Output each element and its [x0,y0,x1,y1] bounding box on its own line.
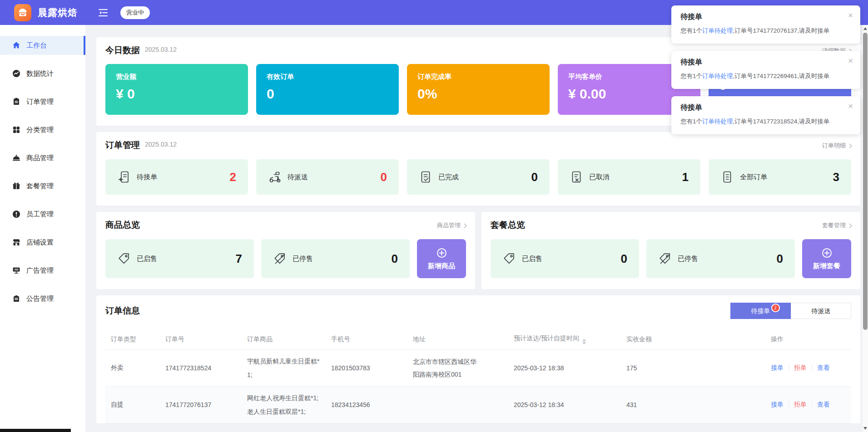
goods-on-sale-label: 已启售 [137,255,157,263]
menu-fold-icon[interactable] [99,9,108,17]
combo-on-sale-card: 已启售 0 [491,239,639,278]
sidebar-item-notices[interactable]: 公告管理 [0,289,85,308]
notification-title: 待接单 [680,58,851,67]
divider [789,365,789,371]
sidebar-item-goods[interactable]: 商品管理 [0,148,85,167]
add-goods-button[interactable]: 新增商品 [417,239,466,278]
sort-caret-icon[interactable] [582,339,586,344]
close-icon[interactable]: × [848,102,853,110]
sidebar-item-label: 商品管理 [26,154,54,162]
combo-off-sale-label: 已停售 [678,255,698,263]
cloche-icon [12,154,20,162]
sidebar-item-label: 公告管理 [26,295,54,303]
order-info-title: 订单信息 [105,305,140,317]
page-scrollbar[interactable] [863,25,868,432]
order-card-completed[interactable]: 已完成 0 [407,159,550,195]
chevron-right-icon [848,223,852,228]
col-phone: 手机号 [326,331,407,348]
stat-card-revenue: 营业额 ¥ 0 [105,64,248,115]
cell-expected-time: 2025-03-12 18:38 [508,360,621,376]
stat-card-completion-rate: 订单完成率 0% [407,64,550,115]
cell-actions: 接单拒单查看 [765,359,851,377]
view-order-link[interactable]: 查看 [817,364,830,371]
order-card-label: 已取消 [589,173,610,182]
goods-off-sale-value: 0 [392,252,398,266]
sidebar-item-categories[interactable]: 分类管理 [0,120,85,139]
store-open-status-badge[interactable]: 营业中 [120,6,150,19]
sidebar-item-label: 店铺设置 [26,238,54,247]
divider [789,402,789,407]
reject-order-link[interactable]: 拒单 [794,401,807,408]
reject-order-link[interactable]: 拒单 [794,364,807,371]
gift-icon [12,182,20,190]
combo-overview-title: 套餐总览 [491,219,525,231]
cell-order-no: 1741772076137 [160,397,242,413]
order-card-cancelled[interactable]: 已取消 1 [558,159,700,195]
order-row: 自提 1741772076137 网红老人祝寿生日蛋糕*1; 老人生日蛋糕双层*… [105,387,851,423]
pending-order-link[interactable]: 订单待处理 [702,27,733,34]
goods-management-link[interactable]: 商品管理 [437,219,466,230]
overview-row: 商品总览 商品管理 已启售 7 已停售 0 [96,212,860,295]
view-order-link[interactable]: 查看 [817,401,830,408]
cell-address: 北京市市辖区西城区华阳路南海校区001 [407,351,508,385]
clipboard-icon [12,98,20,106]
close-icon[interactable]: × [848,56,853,65]
scroll-up-arrow-icon[interactable] [863,27,867,30]
combo-off-sale-value: 0 [777,252,783,266]
notification-body: 您有1个订单待处理,订单号1741772076137,请及时接单 [680,27,851,35]
cell-amount: 431 [621,397,765,413]
pending-order-link[interactable]: 订单待处理 [702,118,733,125]
scrollbar-thumb[interactable] [863,33,868,330]
order-info-panel: 订单信息 待接单 2 待派送 订单类型 订单号 订单商品 手机号 地址 预计送达… [96,295,860,423]
divider [812,365,812,371]
order-card-pending-delivery[interactable]: 待派送 0 [256,159,399,195]
add-combo-button[interactable]: 新增套餐 [802,239,851,278]
scroll-down-arrow-icon[interactable] [863,427,867,430]
pending-order-link[interactable]: 订单待处理 [702,73,733,79]
order-tabs: 待接单 2 待派送 [730,303,851,319]
sidebar-item-combos[interactable]: 套餐管理 [0,177,85,196]
cell-order-goods: 宇航员新鲜儿童生日蛋糕* 1; [242,350,326,386]
combo-management-link[interactable]: 套餐管理 [822,219,851,230]
tab-pending-delivery[interactable]: 待派送 [791,303,851,319]
taskbar-sliver [0,429,71,432]
order-card-value: 1 [682,170,689,184]
goods-overview-panel: 商品总览 商品管理 已启售 7 已停售 0 [96,212,475,289]
col-order-no: 订单号 [160,331,242,348]
tab-pending-accept[interactable]: 待接单 2 [730,303,791,319]
cell-address [407,400,508,409]
sidebar: 工作台 数据统计 订单管理 分类管理 商品管理 套餐管理 员工管理 [0,25,85,432]
combo-off-sale-card: 已停售 0 [646,239,795,278]
sidebar-item-statistics[interactable]: 数据统计 [0,64,85,83]
tag-icon [117,252,131,265]
cell-order-no: 1741772318524 [160,360,242,376]
order-card-all[interactable]: 全部订单 3 [709,159,851,195]
sidebar-item-ads[interactable]: AD 广告管理 [0,261,85,280]
cell-phone: 18234123456 [326,397,407,413]
close-icon[interactable]: × [848,11,853,20]
sidebar-item-orders[interactable]: 订单管理 [0,92,85,111]
tag-off-icon [658,252,672,265]
notification-stack: 待接单 您有1个订单待处理,订单号1741772076137,请及时接单 × 待… [671,5,860,134]
order-management-date: 2025.03.12 [145,139,177,148]
order-status-cards: 待接单 2 待派送 0 已完成 0 已取消 [105,159,851,195]
sidebar-item-workbench[interactable]: 工作台 [0,36,85,55]
stat-label: 有效订单 [267,73,388,81]
sidebar-item-staff[interactable]: 员工管理 [0,205,85,224]
col-expected-time[interactable]: 预计送达/预计自提时间 [508,330,621,349]
order-card-pending-accept[interactable]: 待接单 2 [105,159,248,195]
clipboard-x-icon [570,170,583,184]
home-icon [12,41,20,49]
stat-label: 订单完成率 [417,73,539,81]
order-card-value: 0 [381,170,387,184]
cell-expected-time: 2025-03-12 18:34 [508,397,621,413]
add-goods-label: 新增商品 [428,262,455,270]
goods-off-sale-label: 已停售 [293,255,313,263]
order-detail-link[interactable]: 订单明细 [822,139,851,150]
accept-order-link[interactable]: 接单 [771,401,784,408]
today-data-date: 2025.03.12 [145,44,177,53]
stat-value: 0 [267,86,388,102]
pending-count-badge: 2 [771,304,780,312]
sidebar-item-store-settings[interactable]: 店铺设置 [0,233,85,252]
accept-order-link[interactable]: 接单 [771,364,784,371]
